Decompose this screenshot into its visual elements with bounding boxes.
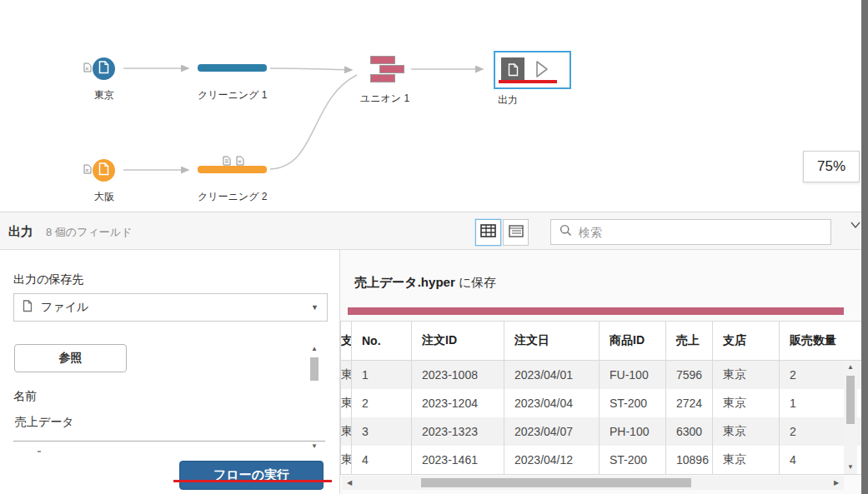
browse-button[interactable]: 参照 <box>14 344 127 372</box>
node-label-tokyo: 東京 <box>93 88 115 102</box>
save-destination-label: 出力の保存先 <box>13 272 83 287</box>
union-brick <box>370 74 395 82</box>
list-view-button[interactable] <box>503 219 529 246</box>
save-destination-select[interactable]: ファイル ▼ <box>13 293 328 322</box>
cell: 6300 <box>666 417 713 446</box>
scroll-up-icon[interactable]: ▲ <box>308 344 321 354</box>
grid-view-button[interactable] <box>475 219 501 246</box>
output-settings-panel: 出力の保存先 ファイル ▼ 参照 ▲ ▼ 名前 売上データ フローの実行 <box>0 250 339 494</box>
column-header-product-id[interactable]: 商品ID <box>600 322 666 360</box>
grid-view-icon <box>480 224 496 241</box>
annotation-underline <box>499 80 557 83</box>
search-icon <box>559 224 572 240</box>
output-node[interactable] <box>494 51 571 89</box>
changes-badge-icon[interactable] <box>83 162 93 177</box>
cell-clipped: 東京 <box>341 361 352 389</box>
output-panel-header: 出力 8 個のフィールド <box>0 212 861 250</box>
run-flow-button[interactable]: フローの実行 <box>179 461 324 490</box>
scrollbar-thumb[interactable] <box>846 376 855 424</box>
cell: 東京 <box>713 361 780 389</box>
caret-down-icon: ▼ <box>311 303 319 312</box>
input-node-tokyo[interactable] <box>93 57 115 80</box>
file-icon <box>23 300 33 315</box>
table-vertical-scrollbar[interactable]: ▲ ▼ <box>844 361 857 474</box>
preview-table: 支店 No. 注文ID 注文日 商品ID 売上 支店 販売数量 東京 1 202… <box>340 321 861 475</box>
node-label-output: 出力 <box>498 93 518 107</box>
table-row: 東京 1 2023-1008 2023/04/01 FU-100 7596 東京… <box>341 361 861 389</box>
cell-clipped: 東京 <box>341 417 352 446</box>
cell-clipped: 東京 <box>341 446 352 474</box>
cell: ST-200 <box>600 446 666 474</box>
scroll-down-icon[interactable]: ▼ <box>308 442 321 452</box>
cell: 1 <box>352 361 412 389</box>
node-label-cleaning1: クリーニング 1 <box>198 88 267 102</box>
list-view-icon <box>509 225 524 241</box>
annotation-underline <box>173 480 332 482</box>
text-fragment <box>38 451 41 452</box>
save-suffix: に保存 <box>455 275 497 289</box>
cell: FU-100 <box>600 361 666 389</box>
cell: 2023-1008 <box>412 361 504 389</box>
name-input[interactable]: 売上データ <box>13 410 325 442</box>
scrollbar-thumb[interactable] <box>310 357 319 381</box>
run-output-icon[interactable] <box>534 60 549 82</box>
table-row: 東京 2 2023-1204 2023/04/04 ST-200 2724 東京… <box>341 389 861 417</box>
cell-clipped: 東京 <box>341 389 352 417</box>
changes-badge-icon[interactable] <box>83 61 93 76</box>
cell: 10896 <box>666 446 713 474</box>
table-horizontal-scrollbar[interactable]: ◀ ▶ <box>342 476 844 490</box>
table-accent-bar <box>348 307 844 315</box>
cell: 2023/04/01 <box>504 361 600 389</box>
collapse-panel-chevron-icon[interactable] <box>850 219 861 233</box>
cell: 東京 <box>713 417 780 446</box>
union-brick <box>379 65 404 73</box>
cell: 2023/04/07 <box>504 417 600 446</box>
column-header-order-id[interactable]: 注文ID <box>412 322 504 360</box>
column-header-sales[interactable]: 売上 <box>666 322 713 360</box>
window-edge-strip <box>861 0 868 494</box>
search-input[interactable] <box>579 226 822 239</box>
table-row: 東京 3 2023-1323 2023/04/07 PH-100 6300 東京… <box>341 417 861 446</box>
cell: 東京 <box>713 446 780 474</box>
cell: 7596 <box>666 361 713 389</box>
cell: 2724 <box>666 389 713 417</box>
cell: 2023-1461 <box>412 446 504 474</box>
cell: 2 <box>352 389 412 417</box>
save-file-name: 売上データ.hyper <box>354 275 455 289</box>
column-header-clipped[interactable]: 支店 <box>341 322 352 360</box>
field-count: 8 個のフィールド <box>46 225 132 240</box>
union-node-icon[interactable] <box>368 55 408 85</box>
cell: 2023-1204 <box>412 389 504 417</box>
save-destination-value: ファイル <box>41 300 88 315</box>
node-label-cleaning2: クリーニング 2 <box>198 190 267 204</box>
cell: 3 <box>352 417 412 446</box>
file-icon <box>98 162 109 179</box>
column-header-no[interactable]: No. <box>352 322 412 360</box>
table-header-row: 支店 No. 注文ID 注文日 商品ID 売上 支店 販売数量 <box>341 322 861 361</box>
clean-step-2[interactable] <box>198 166 267 173</box>
clean-step-1[interactable] <box>198 64 267 72</box>
scroll-down-icon[interactable]: ▼ <box>844 463 857 472</box>
column-header-quantity[interactable]: 販売数量 <box>780 322 864 360</box>
app-window: 東京 クリーニング 1 ユニオン 1 出力 <box>0 0 868 494</box>
union-brick <box>370 56 395 64</box>
input-node-osaka[interactable] <box>93 159 115 182</box>
file-icon <box>98 61 109 77</box>
cell: ST-200 <box>600 389 666 417</box>
output-preview-panel: 売上データ.hyper に保存 支店 No. 注文ID 注文日 商品ID 売上 … <box>340 250 861 494</box>
scroll-up-icon[interactable]: ▲ <box>844 363 857 372</box>
scroll-left-icon[interactable]: ◀ <box>344 476 354 490</box>
cell: 4 <box>352 446 412 474</box>
cell: 2023-1323 <box>412 417 504 446</box>
column-header-branch[interactable]: 支店 <box>713 322 780 360</box>
scrollbar-thumb[interactable] <box>421 478 691 487</box>
column-header-order-date[interactable]: 注文日 <box>504 322 600 360</box>
scroll-right-icon[interactable]: ▶ <box>831 476 841 490</box>
node-label-osaka: 大阪 <box>93 190 115 204</box>
search-box <box>550 219 831 245</box>
flow-canvas: 東京 クリーニング 1 ユニオン 1 出力 <box>0 0 861 212</box>
output-file-icon <box>501 57 524 82</box>
panel-title: 出力 <box>8 224 33 240</box>
save-target-title: 売上データ.hyper に保存 <box>354 275 496 291</box>
zoom-level-badge[interactable]: 75% <box>803 151 860 182</box>
